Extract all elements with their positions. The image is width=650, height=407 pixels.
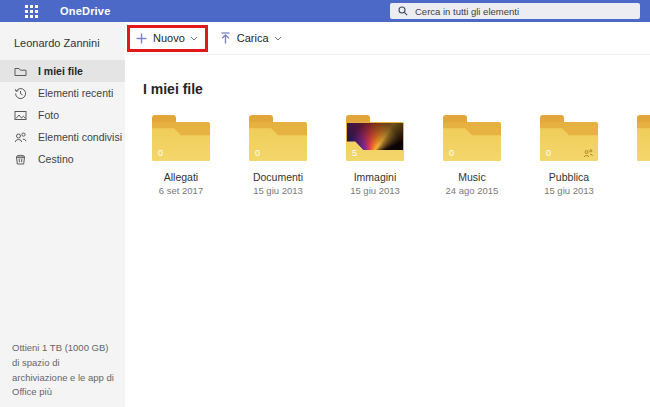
chevron-down-icon — [274, 36, 282, 41]
folder-item-count: 0 — [449, 148, 454, 158]
sidebar-item-recent[interactable]: Elementi recenti — [0, 82, 125, 104]
sidebar-item-label: Elementi recenti — [38, 87, 113, 99]
upload-icon — [220, 32, 231, 44]
folder-name: Immagini — [325, 171, 425, 183]
chevron-down-icon — [190, 36, 198, 41]
folder-name: Documenti — [228, 171, 328, 183]
folder-tile-allegati[interactable]: 0 Allegati 6 set 2017 — [152, 115, 210, 196]
folder-tile-immagini[interactable]: 5 Immagini 15 giu 2013 — [346, 115, 404, 196]
app-launcher-icon[interactable] — [25, 5, 38, 18]
plus-icon — [136, 33, 147, 44]
photo-icon — [14, 109, 27, 122]
sidebar-item-recycle-bin[interactable]: Cestino — [0, 148, 125, 170]
folder-icon: 0 — [443, 115, 501, 161]
folder-item-count: 0 — [546, 148, 551, 158]
folder-tile-music[interactable]: 0 Music 24 ago 2015 — [443, 115, 501, 196]
history-icon — [14, 87, 27, 100]
folder-icon: 0 — [249, 115, 307, 161]
folder-name: Music — [422, 171, 522, 183]
shared-people-icon — [583, 149, 593, 158]
upload-button[interactable]: Carica — [220, 32, 282, 44]
command-bar: Nuovo Carica — [125, 22, 650, 55]
folder-date: 24 ago 2015 — [422, 185, 522, 196]
sidebar-item-label: I miei file — [38, 65, 83, 77]
folder-icon: 0 — [540, 115, 598, 161]
folder-tile-pubblica[interactable]: 0 Pubblica 15 giu 2013 — [540, 115, 598, 196]
folder-item-count: 0 — [255, 148, 260, 158]
folder-item-count: 5 — [352, 148, 357, 158]
app-title[interactable]: OneDrive — [60, 5, 111, 17]
folder-tile-partial[interactable] — [637, 115, 650, 196]
folder-icon — [14, 65, 27, 78]
folder-tile-documenti[interactable]: 0 Documenti 15 giu 2013 — [249, 115, 307, 196]
folder-date: 15 giu 2013 — [519, 185, 619, 196]
page-title: I miei file — [143, 81, 650, 97]
folder-date: 15 giu 2013 — [325, 185, 425, 196]
new-button-label: Nuovo — [153, 32, 185, 44]
sidebar-item-photos[interactable]: Foto — [0, 104, 125, 126]
sidebar: Leonardo Zannini I miei file Elementi re… — [0, 22, 125, 407]
sidebar-item-shared[interactable]: Elementi condivisi — [0, 126, 125, 148]
sidebar-nav: I miei file Elementi recenti Foto — [0, 60, 125, 170]
recycle-bin-icon — [14, 153, 27, 166]
people-icon — [14, 131, 27, 144]
sidebar-item-label: Elementi condivisi — [38, 131, 122, 143]
sidebar-item-label: Cestino — [38, 153, 74, 165]
sidebar-item-my-files[interactable]: I miei file — [0, 60, 125, 82]
folder-icon — [637, 115, 650, 161]
upload-button-label: Carica — [237, 32, 269, 44]
storage-upgrade-link[interactable]: Ottieni 1 TB (1000 GB) di spazio di arch… — [0, 341, 125, 400]
folder-icon: 5 — [346, 115, 404, 161]
main-content: Nuovo Carica I miei file 0 — [125, 22, 650, 407]
new-button[interactable]: Nuovo — [136, 32, 198, 44]
folder-item-count: 0 — [158, 148, 163, 158]
app-header: OneDrive Cerca in tutti gli elementi — [0, 0, 650, 22]
highlight-box: Nuovo — [127, 25, 208, 52]
search-input[interactable]: Cerca in tutti gli elementi — [390, 3, 640, 19]
folder-date: 6 set 2017 — [131, 185, 231, 196]
folder-name: Pubblica — [519, 171, 619, 183]
user-name: Leonardo Zannini — [0, 22, 125, 49]
search-placeholder: Cerca in tutti gli elementi — [415, 6, 519, 17]
folder-icon: 0 — [152, 115, 210, 161]
search-icon — [398, 6, 408, 16]
folder-name: Allegati — [131, 171, 231, 183]
sidebar-item-label: Foto — [38, 109, 59, 121]
folder-date: 15 giu 2013 — [228, 185, 328, 196]
folder-grid: 0 Allegati 6 set 2017 0 Documenti 15 giu… — [152, 115, 650, 196]
